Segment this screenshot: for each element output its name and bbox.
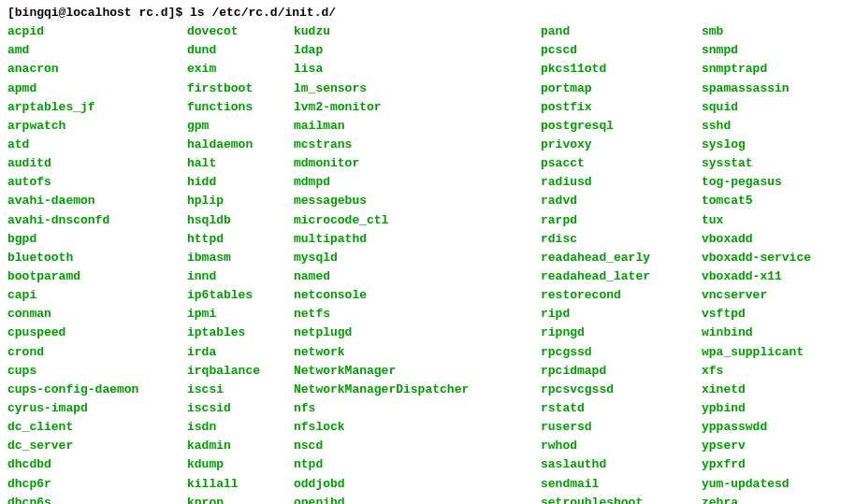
file-entry: cups xyxy=(7,362,187,381)
file-entry: ypbind xyxy=(702,399,811,418)
file-entry: readahead_later xyxy=(541,267,702,286)
terminal-line: [bingqi@localhost rc.d]$ ls /etc/rc.d/in… xyxy=(7,4,848,22)
file-entry: functions xyxy=(187,98,294,117)
ls-column-3: kudzuldaplisalm_sensorslvm2-monitormailm… xyxy=(294,22,541,504)
file-entry: hplip xyxy=(187,192,294,210)
file-entry: ibmasm xyxy=(187,249,294,267)
file-entry: cyrus-imapd xyxy=(7,399,187,418)
file-entry: ripngd xyxy=(541,324,702,342)
file-entry: rpcidmapd xyxy=(541,362,702,381)
file-entry: halt xyxy=(187,154,294,173)
file-entry: vboxadd-service xyxy=(702,249,811,267)
file-entry: readahead_early xyxy=(541,249,702,267)
file-entry: killall xyxy=(187,475,294,494)
file-entry: NetworkManager xyxy=(294,362,541,381)
file-entry: gpm xyxy=(187,117,294,136)
file-entry: mdmpd xyxy=(294,173,541,192)
file-entry: kudzu xyxy=(294,22,541,41)
ls-column-2: dovecotdundeximfirstbootfunctionsgpmhald… xyxy=(187,22,294,504)
file-entry: yum-updatesd xyxy=(702,475,811,494)
file-entry: messagebus xyxy=(294,192,541,210)
file-entry: ldap xyxy=(294,41,541,60)
file-entry: rarpd xyxy=(541,211,702,230)
file-entry: dhcp6s xyxy=(7,494,187,504)
file-entry: smb xyxy=(702,22,811,41)
file-entry: postgresql xyxy=(541,117,702,136)
file-entry: ripd xyxy=(541,305,702,324)
shell-prompt: [bingqi@localhost rc.d]$ xyxy=(7,6,190,20)
file-entry: lisa xyxy=(294,60,541,79)
shell-command: ls /etc/rc.d/init.d/ xyxy=(190,6,336,20)
file-entry: sysstat xyxy=(702,154,811,173)
file-entry: sshd xyxy=(702,117,811,136)
ls-column-4: pandpcscdpkcs11otdportmappostfixpostgres… xyxy=(541,22,702,504)
file-entry: arptables_jf xyxy=(7,98,187,117)
file-entry: bluetooth xyxy=(7,249,187,267)
file-entry: amd xyxy=(7,41,187,60)
file-entry: apmd xyxy=(7,79,187,98)
file-entry: hidd xyxy=(187,173,294,192)
file-entry: portmap xyxy=(541,79,702,98)
file-entry: syslog xyxy=(702,136,811,154)
file-entry: autofs xyxy=(7,173,187,192)
file-entry: zebra xyxy=(702,494,811,504)
file-entry: lm_sensors xyxy=(294,79,541,98)
file-entry: kadmin xyxy=(187,437,294,455)
file-entry: capi xyxy=(7,286,187,305)
file-entry: snmptrapd xyxy=(702,60,811,79)
file-entry: nfslock xyxy=(294,418,541,437)
file-entry: netconsole xyxy=(294,286,541,305)
file-entry: rwhod xyxy=(541,437,702,455)
file-entry: httpd xyxy=(187,230,294,249)
file-entry: ntpd xyxy=(294,455,541,474)
file-entry: rpcgssd xyxy=(541,343,702,362)
file-entry: bgpd xyxy=(7,230,187,249)
file-entry: isdn xyxy=(187,418,294,437)
file-entry: kprop xyxy=(187,494,294,504)
file-entry: irqbalance xyxy=(187,362,294,381)
file-entry: privoxy xyxy=(541,136,702,154)
file-entry: wpa_supplicant xyxy=(702,343,811,362)
file-entry: ypserv xyxy=(702,437,811,455)
file-entry: dund xyxy=(187,41,294,60)
file-entry: openibd xyxy=(294,494,541,504)
file-entry: squid xyxy=(702,98,811,117)
file-entry: mysqld xyxy=(294,249,541,267)
file-entry: radiusd xyxy=(541,173,702,192)
file-entry: cpuspeed xyxy=(7,324,187,342)
file-entry: irda xyxy=(187,343,294,362)
file-entry: lvm2-monitor xyxy=(294,98,541,117)
file-entry: xfs xyxy=(702,362,811,381)
file-entry: psacct xyxy=(541,154,702,173)
file-entry: ip6tables xyxy=(187,286,294,305)
file-entry: postfix xyxy=(541,98,702,117)
file-entry: dc_client xyxy=(7,418,187,437)
file-entry: firstboot xyxy=(187,79,294,98)
file-entry: pcscd xyxy=(541,41,702,60)
file-entry: NetworkManagerDispatcher xyxy=(294,381,541,399)
file-entry: pkcs11otd xyxy=(541,60,702,79)
file-entry: kdump xyxy=(187,455,294,474)
file-entry: iscsi xyxy=(187,381,294,399)
file-entry: nfs xyxy=(294,399,541,418)
file-entry: winbind xyxy=(702,324,811,342)
file-entry: tux xyxy=(702,211,811,230)
file-entry: exim xyxy=(187,60,294,79)
file-entry: cups-config-daemon xyxy=(7,381,187,399)
file-entry: restorecond xyxy=(541,286,702,305)
file-entry: atd xyxy=(7,136,187,154)
file-entry: setroubleshoot xyxy=(541,494,702,504)
file-entry: vboxadd-x11 xyxy=(702,267,811,286)
file-entry: anacron xyxy=(7,60,187,79)
file-entry: tog-pegasus xyxy=(702,173,811,192)
file-entry: vncserver xyxy=(702,286,811,305)
file-entry: iscsid xyxy=(187,399,294,418)
file-entry: saslauthd xyxy=(541,455,702,474)
file-entry: pand xyxy=(541,22,702,41)
file-entry: rusersd xyxy=(541,418,702,437)
file-entry: snmpd xyxy=(702,41,811,60)
file-entry: multipathd xyxy=(294,230,541,249)
file-entry: auditd xyxy=(7,154,187,173)
file-entry: dovecot xyxy=(187,22,294,41)
file-entry: bootparamd xyxy=(7,267,187,286)
